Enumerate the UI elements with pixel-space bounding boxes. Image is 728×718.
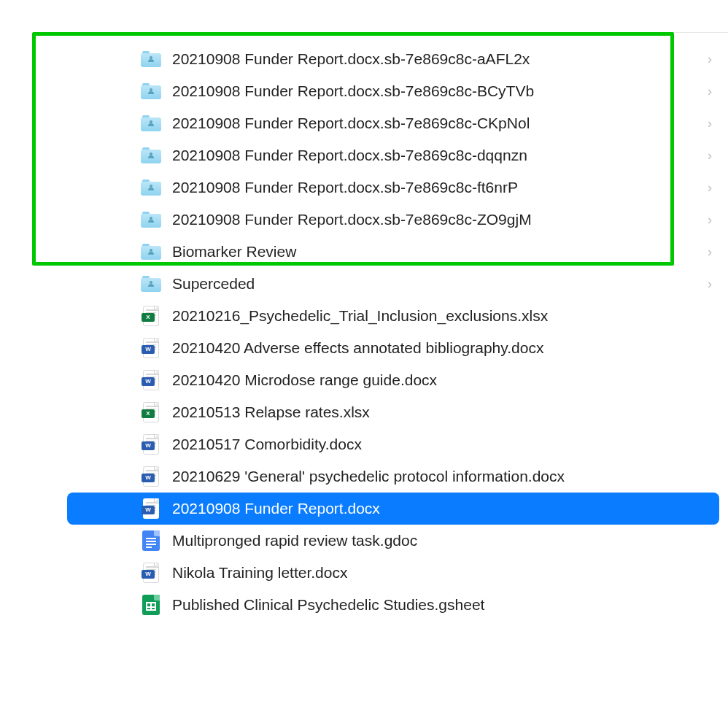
excel-doc-icon: X — [140, 401, 162, 423]
folder-row[interactable]: 20210908 Funder Report.docx.sb-7e869c8c-… — [67, 75, 719, 107]
file-name-label: 20210629 'General' psychedelic protocol … — [172, 468, 565, 485]
folder-row[interactable]: 20210908 Funder Report.docx.sb-7e869c8c-… — [67, 43, 719, 75]
file-name-label: 20210216_Psychedelic_Trial_Inclusion_exc… — [172, 307, 548, 325]
list-row-wrap: Superceded› — [0, 268, 728, 300]
file-name-label: 20210513 Relapse rates.xlsx — [172, 404, 370, 421]
word-doc-icon: W — [140, 498, 162, 520]
finder-file-list-view: 20210908 Funder Report.docx.sb-7e869c8c-… — [0, 0, 728, 621]
word-doc-icon: W — [140, 369, 162, 391]
folder-icon — [140, 209, 162, 231]
list-row-wrap: W 20210629 'General' psychedelic protoco… — [0, 460, 728, 493]
list-row-wrap: W 20210517 Comorbidity.docx — [0, 428, 728, 460]
file-name-label: 20210420 Microdose range guide.docx — [172, 371, 437, 389]
folder-icon — [140, 273, 162, 295]
file-row[interactable]: W 20210420 Microdose range guide.docx — [67, 364, 719, 396]
file-name-label: 20210908 Funder Report.docx — [172, 500, 380, 517]
folder-row[interactable]: Biomarker Review — [67, 236, 719, 268]
file-name-label: 20210420 Adverse effects annotated bibli… — [172, 339, 543, 357]
list-row-wrap: 20210908 Funder Report.docx.sb-7e869c8c-… — [0, 171, 728, 204]
word-doc-icon: W — [140, 562, 162, 584]
list-row-wrap: Published Clinical Psychedelic Studies.g… — [0, 589, 728, 621]
file-name-label: 20210908 Funder Report.docx.sb-7e869c8c-… — [172, 115, 530, 132]
word-doc-icon: W — [140, 466, 162, 487]
file-name-label: Nikola Training letter.docx — [172, 564, 347, 582]
list-row-wrap: W 20210908 Funder Report.docx — [0, 493, 728, 525]
folder-row[interactable]: Superceded — [67, 268, 719, 300]
file-row[interactable]: X 20210513 Relapse rates.xlsx — [67, 396, 719, 428]
file-row[interactable]: Multipronged rapid review task.gdoc — [67, 525, 719, 557]
file-row[interactable]: W 20210517 Comorbidity.docx — [67, 428, 719, 460]
list-row-wrap: X 20210513 Relapse rates.xlsx — [0, 396, 728, 428]
list-row-wrap: 20210908 Funder Report.docx.sb-7e869c8c-… — [0, 107, 728, 139]
list-row-wrap: W 20210420 Microdose range guide.docx — [0, 364, 728, 396]
folder-row[interactable]: 20210908 Funder Report.docx.sb-7e869c8c-… — [67, 107, 719, 139]
list-row-wrap: 20210908 Funder Report.docx.sb-7e869c8c-… — [0, 75, 728, 107]
file-name-label: 20210908 Funder Report.docx.sb-7e869c8c-… — [172, 82, 534, 100]
folder-icon — [140, 48, 162, 70]
list-row-wrap: 20210908 Funder Report.docx.sb-7e869c8c-… — [0, 204, 728, 236]
folder-row[interactable]: 20210908 Funder Report.docx.sb-7e869c8c-… — [67, 171, 719, 204]
word-doc-icon: W — [140, 433, 162, 455]
file-row[interactable]: Published Clinical Psychedelic Studies.g… — [67, 589, 719, 621]
file-name-label: 20210908 Funder Report.docx.sb-7e869c8c-… — [172, 147, 527, 164]
file-list: 20210908 Funder Report.docx.sb-7e869c8c-… — [0, 43, 728, 621]
file-name-label: 20210908 Funder Report.docx.sb-7e869c8c-… — [172, 179, 518, 196]
list-top-divider — [44, 32, 728, 33]
list-row-wrap: 20210908 Funder Report.docx.sb-7e869c8c-… — [0, 139, 728, 171]
list-row-wrap: X 20210216_Psychedelic_Trial_Inclusion_e… — [0, 300, 728, 332]
excel-doc-icon: X — [140, 305, 162, 327]
file-row[interactable]: W 20210629 'General' psychedelic protoco… — [67, 460, 719, 493]
folder-row[interactable]: 20210908 Funder Report.docx.sb-7e869c8c-… — [67, 204, 719, 236]
file-row[interactable]: W 20210908 Funder Report.docx — [67, 493, 719, 525]
file-name-label: 20210908 Funder Report.docx.sb-7e869c8c-… — [172, 211, 532, 228]
list-row-wrap: Multipronged rapid review task.gdoc — [0, 525, 728, 557]
word-doc-icon: W — [140, 337, 162, 359]
file-row[interactable]: W 20210420 Adverse effects annotated bib… — [67, 332, 719, 364]
file-name-label: Multipronged rapid review task.gdoc — [172, 532, 417, 549]
file-name-label: 20210517 Comorbidity.docx — [172, 436, 362, 453]
file-name-label: Superceded — [172, 275, 255, 293]
list-row-wrap: W Nikola Training letter.docx — [0, 557, 728, 589]
folder-icon — [140, 80, 162, 102]
file-name-label: Biomarker Review — [172, 243, 296, 260]
folder-icon — [140, 177, 162, 198]
google-doc-icon — [140, 530, 162, 552]
list-row-wrap: 20210908 Funder Report.docx.sb-7e869c8c-… — [0, 43, 728, 75]
folder-icon — [140, 112, 162, 134]
list-row-wrap: Biomarker Review› — [0, 236, 728, 268]
file-name-label: Published Clinical Psychedelic Studies.g… — [172, 596, 484, 614]
folder-icon — [140, 241, 162, 263]
list-row-wrap: W 20210420 Adverse effects annotated bib… — [0, 332, 728, 364]
google-sheet-icon — [140, 594, 162, 616]
folder-icon — [140, 144, 162, 166]
folder-row[interactable]: 20210908 Funder Report.docx.sb-7e869c8c-… — [67, 139, 719, 171]
file-row[interactable]: W Nikola Training letter.docx — [67, 557, 719, 589]
file-row[interactable]: X 20210216_Psychedelic_Trial_Inclusion_e… — [67, 300, 719, 332]
file-name-label: 20210908 Funder Report.docx.sb-7e869c8c-… — [172, 50, 530, 68]
